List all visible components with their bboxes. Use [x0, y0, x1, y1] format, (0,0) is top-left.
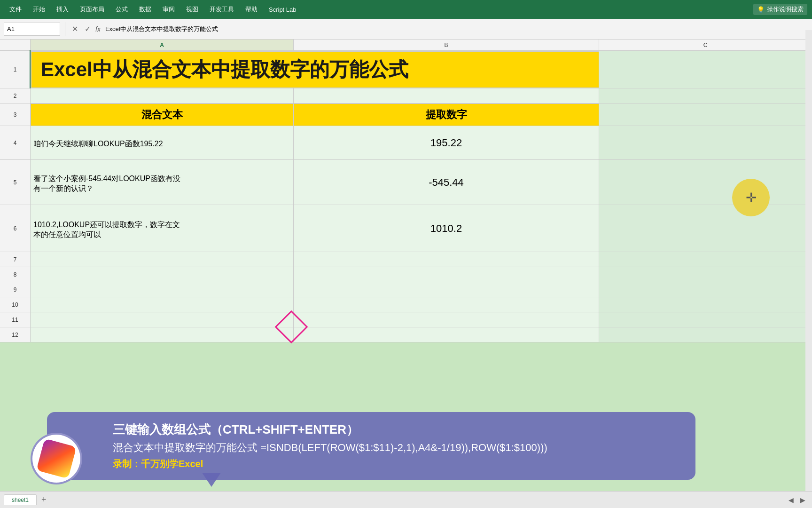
row-2: 2	[0, 88, 812, 103]
sheet-navigation: ◀ ▶	[777, 495, 808, 505]
cell-c4	[599, 126, 812, 160]
cell-a2[interactable]	[31, 88, 294, 103]
cell-c9	[599, 282, 812, 297]
cell-a4-text: 咱们今天继续聊聊LOOKUP函数195.22	[33, 139, 163, 149]
row-5: 5 看了这个小案例-545.44对LOOKUP函数有没 有一个新的认识？ -54…	[0, 160, 812, 205]
cell-c12	[599, 327, 812, 342]
menu-item-data[interactable]: 数据	[134, 3, 156, 16]
row-num-4: 4	[0, 126, 31, 160]
menu-item-view[interactable]: 视图	[181, 3, 203, 16]
cell-c10	[599, 297, 812, 312]
menu-item-insert[interactable]: 插入	[52, 3, 73, 16]
row-num-2: 2	[0, 88, 31, 103]
row-6: 6 1010.2,LOOKUP还可以提取数字，数字在文 本的任意位置均可以 10…	[0, 205, 812, 252]
column-headers: A B C	[0, 40, 812, 51]
cell-a12[interactable]	[31, 327, 294, 342]
cell-b4[interactable]: 195.22	[294, 126, 599, 160]
yellow-plus-annotation: ✛	[732, 179, 770, 216]
cell-a4[interactable]: 咱们今天继续聊聊LOOKUP函数195.22	[31, 126, 294, 160]
sheet-tab-1[interactable]: sheet1	[4, 494, 37, 505]
corner-cell	[0, 40, 31, 51]
row-8: 8	[0, 267, 812, 282]
formula-prefix: 混合文本中提取数字的万能公式	[113, 442, 258, 453]
cell-a6-line2: 本的任意位置均可以	[33, 230, 101, 240]
menu-item-scriptlab[interactable]: Script Lab	[264, 4, 301, 15]
scroll-left-btn[interactable]: ◀	[786, 495, 796, 505]
cell-c11	[599, 312, 812, 327]
cell-a10[interactable]	[31, 297, 294, 312]
search-box[interactable]: 💡 操作说明搜索	[753, 4, 807, 15]
menu-item-home[interactable]: 开始	[28, 3, 50, 16]
cell-a9[interactable]	[31, 282, 294, 297]
cell-b8[interactable]	[294, 267, 599, 282]
cell-a8[interactable]	[31, 267, 294, 282]
cell-b11[interactable]	[294, 312, 599, 327]
cell-b10[interactable]	[294, 297, 599, 312]
cell-a5[interactable]: 看了这个小案例-545.44对LOOKUP函数有没 有一个新的认识？	[31, 160, 294, 205]
row-9: 9	[0, 282, 812, 297]
cell-c5	[599, 160, 812, 205]
cell-c6	[599, 205, 812, 252]
col-header-b[interactable]: B	[294, 40, 599, 51]
cell-b6[interactable]: 1010.2	[294, 205, 599, 252]
cell-a1[interactable]: Excel中从混合文本中提取数字的万能公式	[31, 51, 599, 88]
vertical-scrollbar[interactable]	[805, 30, 812, 491]
formula-input[interactable]	[105, 25, 808, 32]
cell-b7[interactable]	[294, 252, 599, 267]
bubble-tail	[202, 473, 221, 487]
add-sheet-button[interactable]: +	[39, 495, 49, 505]
cell-c2	[599, 88, 812, 103]
menu-item-file[interactable]: 文件	[5, 3, 26, 16]
scroll-right-btn[interactable]: ▶	[797, 495, 808, 505]
row-num-3: 3	[0, 103, 31, 126]
cell-b2[interactable]	[294, 88, 599, 103]
row-1: 1 Excel中从混合文本中提取数字的万能公式	[0, 51, 812, 88]
col-header-a[interactable]: A	[31, 40, 294, 51]
cell-a11[interactable]	[31, 312, 294, 327]
logo-circle	[31, 433, 82, 484]
cell-a6[interactable]: 1010.2,LOOKUP还可以提取数字，数字在文 本的任意位置均可以	[31, 205, 294, 252]
fx-label: fx	[95, 25, 101, 33]
row-7: 7	[0, 252, 812, 267]
col-header-c[interactable]: C	[599, 40, 812, 51]
menu-item-devtools[interactable]: 开发工具	[205, 3, 239, 16]
confirm-formula-btn[interactable]: ✓	[83, 24, 93, 33]
annotation-title: 三键输入数组公式（CTRL+SHIFT+ENTER）	[113, 421, 681, 438]
row-num-5: 5	[0, 160, 31, 205]
cancel-formula-btn[interactable]: ✕	[70, 24, 80, 33]
cell-b9[interactable]	[294, 282, 599, 297]
logo-inner	[36, 438, 77, 479]
formula-bar: ✕ ✓ fx	[0, 19, 812, 40]
row-num-7: 7	[0, 252, 31, 267]
search-label: 操作说明搜索	[767, 5, 804, 14]
cell-c8	[599, 267, 812, 282]
row-11: 11	[0, 312, 812, 327]
row-10: 10	[0, 297, 812, 312]
search-icon: 💡	[757, 6, 765, 13]
cell-b5[interactable]: -545.44	[294, 160, 599, 205]
plus-icon: ✛	[746, 190, 757, 206]
menu-item-layout[interactable]: 页面布局	[75, 3, 109, 16]
row-12: 12	[0, 327, 812, 342]
annotation-author: 录制：千万别学Excel	[113, 458, 681, 470]
row-num-8: 8	[0, 267, 31, 282]
row-3: 3 混合文本 提取数字	[0, 103, 812, 126]
menu-bar: 文件 开始 插入 页面布局 公式 数据 审阅 视图 开发工具 帮助 Script…	[0, 0, 812, 19]
menu-item-formula[interactable]: 公式	[111, 3, 133, 16]
row-num-1: 1	[0, 51, 31, 88]
cell-c1	[599, 51, 812, 88]
cell-c3	[599, 103, 812, 126]
annotation-formula: 混合文本中提取数字的万能公式 =ISNDB(LEFT(ROW($1:$11)-2…	[113, 441, 681, 455]
cell-a7[interactable]	[31, 252, 294, 267]
cell-b3[interactable]: 提取数字	[294, 103, 599, 126]
row-num-6: 6	[0, 205, 31, 252]
cell-a5-line1: 看了这个小案例-545.44对LOOKUP函数有没	[33, 174, 180, 184]
cell-reference[interactable]	[4, 23, 60, 36]
formula-body: =ISNDB(LEFT(ROW($1:$11)-2,1),A4&-1/19)),…	[260, 442, 547, 453]
cell-a3[interactable]: 混合文本	[31, 103, 294, 126]
annotation-box: 三键输入数组公式（CTRL+SHIFT+ENTER） 混合文本中提取数字的万能公…	[47, 412, 695, 480]
menu-item-review[interactable]: 审阅	[158, 3, 180, 16]
spreadsheet: A B C 1 Excel中从混合文本中提取数字的万能公式 2 3 混合文本 提…	[0, 40, 812, 342]
menu-item-help[interactable]: 帮助	[241, 3, 262, 16]
cell-b12[interactable]	[294, 327, 599, 342]
